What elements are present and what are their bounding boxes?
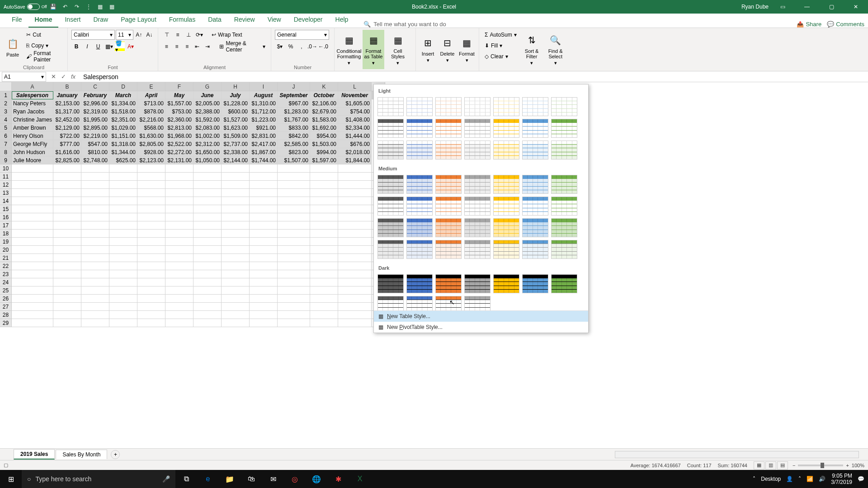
cell[interactable] [338, 164, 372, 173]
cell[interactable] [165, 189, 193, 197]
cell[interactable] [109, 295, 137, 303]
cell[interactable] [222, 254, 250, 262]
tab-developer[interactable]: Developer [288, 13, 329, 28]
tray-up-icon[interactable]: ˄ [753, 476, 755, 482]
cell[interactable] [165, 246, 193, 254]
cell[interactable] [222, 278, 250, 286]
cell[interactable] [250, 238, 278, 246]
tellme[interactable]: Tell me what you want to do [373, 21, 446, 28]
zoom-slider[interactable] [798, 465, 843, 466]
dec-decimal-icon[interactable]: ←.0 [318, 42, 328, 52]
cell[interactable]: $2,585.00 [278, 140, 310, 148]
clear-button[interactable]: ◇ Clear ▾ [483, 52, 519, 61]
cell[interactable]: $1,712.00 [250, 108, 278, 116]
name-box[interactable]: A1▾ [2, 72, 46, 82]
table-style-swatch[interactable] [377, 97, 404, 116]
cell[interactable] [193, 238, 222, 246]
cell[interactable]: $713.00 [137, 99, 165, 108]
table-style-swatch[interactable] [435, 274, 462, 293]
cell[interactable] [278, 205, 310, 213]
cell[interactable]: August [250, 91, 278, 99]
conditional-formatting-button[interactable]: ▦Conditional Formatting▾ [338, 30, 360, 69]
cell[interactable] [53, 270, 81, 278]
cell[interactable] [278, 303, 310, 311]
cell[interactable]: $2,996.00 [81, 99, 109, 108]
cell[interactable] [250, 286, 278, 295]
cell[interactable] [165, 205, 193, 213]
cell[interactable] [278, 230, 310, 238]
cell[interactable]: $2,334.00 [338, 124, 372, 132]
mail-icon[interactable]: ✉ [262, 470, 284, 488]
cell[interactable] [310, 238, 338, 246]
cell[interactable] [338, 295, 372, 303]
cell[interactable]: Christine James [12, 116, 53, 124]
col-header[interactable]: K [310, 82, 338, 91]
cell[interactable] [165, 286, 193, 295]
cell[interactable] [222, 295, 250, 303]
cell[interactable]: $2,831.00 [250, 132, 278, 140]
cell[interactable]: $2,005.00 [193, 99, 222, 108]
cell[interactable] [137, 278, 165, 286]
cell[interactable] [53, 181, 81, 189]
cell[interactable]: $921.00 [250, 124, 278, 132]
cell[interactable] [338, 311, 372, 319]
start-button[interactable]: ⊞ [0, 470, 22, 488]
wrap-text-button[interactable]: ↩ Wrap Text [210, 30, 244, 40]
table-style-swatch[interactable] [551, 240, 577, 259]
tab-draw[interactable]: Draw [87, 13, 114, 28]
row-header[interactable]: 19 [0, 238, 12, 246]
cell[interactable]: $1,223.00 [250, 116, 278, 124]
col-header[interactable]: C [81, 82, 109, 91]
cell[interactable] [109, 173, 137, 181]
cell[interactable] [12, 189, 53, 197]
table-style-swatch[interactable] [464, 240, 491, 259]
enter-icon[interactable]: ✓ [59, 72, 68, 81]
cell[interactable]: June [193, 91, 222, 99]
minimize-icon[interactable]: — [797, 0, 817, 14]
table-style-swatch[interactable] [464, 141, 491, 160]
cell[interactable]: Nancy Peters [12, 99, 53, 108]
cell[interactable] [222, 221, 250, 230]
cell[interactable] [310, 230, 338, 238]
table-style-swatch[interactable] [464, 274, 491, 293]
cell[interactable] [250, 197, 278, 205]
cell[interactable] [193, 230, 222, 238]
cell[interactable] [193, 262, 222, 270]
cell[interactable] [81, 197, 109, 205]
table-style-swatch[interactable] [377, 296, 404, 310]
row-header[interactable]: 17 [0, 221, 12, 230]
cell[interactable]: $1,151.00 [109, 132, 137, 140]
cell[interactable] [53, 213, 81, 221]
cell[interactable] [193, 278, 222, 286]
new-pivottable-style-button[interactable]: ▦ New PivotTable Style... [374, 322, 588, 333]
inc-decimal-icon[interactable]: .0→ [307, 42, 317, 52]
cell[interactable] [137, 173, 165, 181]
col-header[interactable]: G [193, 82, 222, 91]
desktop-label[interactable]: Desktop [761, 476, 781, 482]
cell[interactable] [193, 213, 222, 221]
cell[interactable] [81, 295, 109, 303]
cell[interactable] [109, 213, 137, 221]
cell[interactable]: $1,592.00 [193, 116, 222, 124]
row-header[interactable]: 16 [0, 213, 12, 221]
cell[interactable] [338, 319, 372, 327]
cell[interactable] [165, 181, 193, 189]
col-header[interactable]: E [137, 82, 165, 91]
comma-icon[interactable]: , [297, 42, 307, 52]
cell[interactable] [222, 246, 250, 254]
format-cells-button[interactable]: ▦Format▾ [458, 30, 475, 69]
cell[interactable]: January [53, 91, 81, 99]
cell[interactable]: July [222, 91, 250, 99]
cell[interactable]: Amber Brown [12, 124, 53, 132]
cell[interactable] [137, 262, 165, 270]
cell[interactable]: $2,018.00 [338, 148, 372, 156]
col-header[interactable]: F [165, 82, 193, 91]
cell[interactable] [109, 246, 137, 254]
table-style-swatch[interactable] [522, 274, 548, 293]
cell[interactable]: $1,334.00 [109, 99, 137, 108]
cell[interactable] [53, 246, 81, 254]
table-style-swatch[interactable] [493, 119, 519, 138]
tab-page-layout[interactable]: Page Layout [114, 13, 163, 28]
cell[interactable] [278, 238, 310, 246]
sheet-tab-active[interactable]: 2019 Sales [14, 449, 55, 460]
